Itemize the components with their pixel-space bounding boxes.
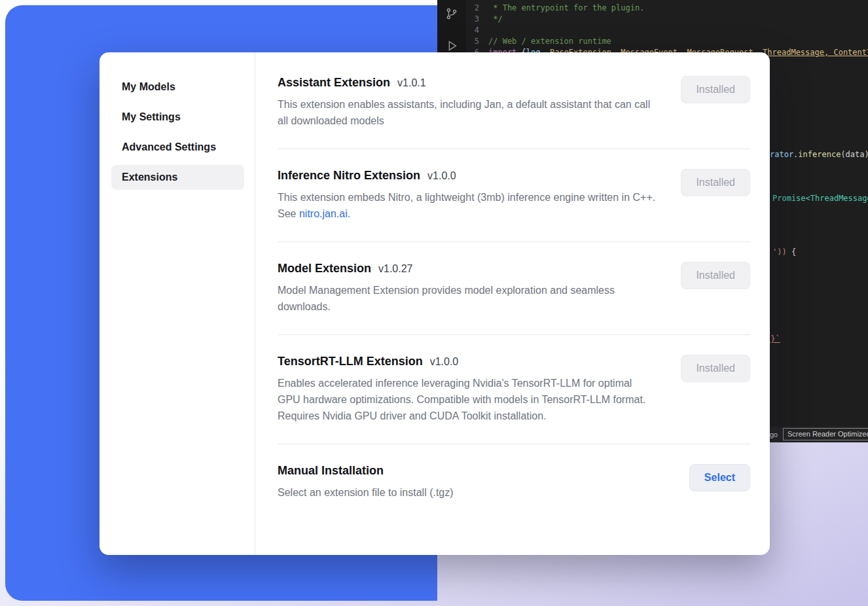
extension-description: This extension embeds Nitro, a lightweig… bbox=[278, 189, 656, 222]
editor-code-area: 2 * The entrypoint for the plugin. 3 */ … bbox=[466, 3, 868, 58]
nitro-jan-ai-link[interactable]: nitro.jan.ai. bbox=[299, 208, 350, 219]
code-line: 4 bbox=[466, 25, 868, 36]
extension-version: v1.0.27 bbox=[378, 263, 412, 275]
extension-title: Model Extension bbox=[278, 262, 371, 276]
manual-installation-row: Manual Installation Select an extension … bbox=[278, 444, 750, 520]
line-number: 2 bbox=[466, 3, 488, 14]
source-control-icon[interactable] bbox=[444, 7, 459, 23]
sidebar-item-my-models[interactable]: My Models bbox=[111, 75, 244, 99]
extension-title: TensortRT-LLM Extension bbox=[278, 355, 423, 368]
extension-description: This extension enables assistants, inclu… bbox=[278, 96, 656, 129]
extension-row-assistant: Assistant Extension v1.0.1 This extensio… bbox=[278, 56, 750, 149]
screen-reader-optimized-badge[interactable]: Screen Reader Optimized bbox=[783, 428, 868, 440]
select-file-button[interactable]: Select bbox=[689, 464, 750, 491]
installed-button[interactable]: Installed bbox=[681, 169, 750, 196]
settings-card: My Models My Settings Advanced Settings … bbox=[99, 52, 770, 555]
code-fragment: ')) { bbox=[772, 247, 796, 257]
code-fragment: rator.inference(data)); bbox=[770, 150, 868, 159]
extension-title: Inference Nitro Extension bbox=[278, 169, 420, 183]
code-text: * The entrypoint for the plugin. bbox=[488, 3, 644, 14]
code-fragment: Promise<ThreadMessage> bbox=[772, 194, 868, 203]
sidebar-item-advanced-settings[interactable]: Advanced Settings bbox=[111, 135, 244, 160]
sidebar-item-my-settings[interactable]: My Settings bbox=[111, 105, 244, 130]
code-text: // Web / extension runtime bbox=[488, 36, 611, 47]
settings-sidebar: My Models My Settings Advanced Settings … bbox=[99, 52, 255, 555]
screen: 2 * The entrypoint for the plugin. 3 */ … bbox=[0, 0, 868, 606]
extension-version: v1.0.0 bbox=[427, 170, 456, 182]
extension-row-tensorrt-llm: TensortRT-LLM Extension v1.0.0 Enables a… bbox=[278, 335, 750, 444]
code-line: 2 * The entrypoint for the plugin. bbox=[466, 3, 868, 14]
line-number: 4 bbox=[466, 25, 488, 36]
extension-row-model: Model Extension v1.0.27 Model Management… bbox=[278, 242, 750, 335]
extension-title: Assistant Extension bbox=[278, 76, 390, 90]
code-line: 5 // Web / extension runtime bbox=[466, 36, 868, 47]
code-line: 3 */ bbox=[466, 14, 868, 25]
manual-installation-description: Select an extension file to install (.tg… bbox=[278, 484, 656, 501]
code-text: */ bbox=[488, 14, 503, 25]
extensions-list: Assistant Extension v1.0.1 This extensio… bbox=[255, 52, 770, 555]
installed-button[interactable]: Installed bbox=[681, 355, 750, 382]
installed-button[interactable]: Installed bbox=[681, 76, 750, 103]
extension-version: v1.0.0 bbox=[430, 356, 459, 368]
sidebar-item-extensions[interactable]: Extensions bbox=[111, 165, 244, 190]
installed-button[interactable]: Installed bbox=[681, 262, 750, 289]
status-text: go bbox=[770, 431, 778, 438]
extension-description: Model Management Extension provides mode… bbox=[278, 282, 656, 315]
extension-description: Enables accelerated inference leveraging… bbox=[278, 375, 656, 424]
extension-row-inference-nitro: Inference Nitro Extension v1.0.0 This ex… bbox=[278, 149, 750, 242]
extension-version: v1.0.1 bbox=[397, 77, 426, 89]
manual-installation-title: Manual Installation bbox=[278, 464, 384, 478]
line-number: 5 bbox=[466, 36, 488, 47]
line-number: 3 bbox=[466, 14, 488, 25]
